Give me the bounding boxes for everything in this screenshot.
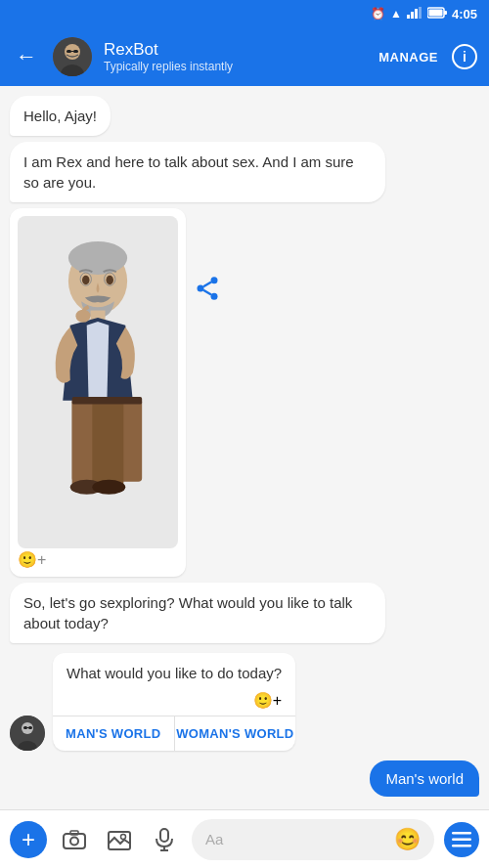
manage-button[interactable]: MANAGE	[378, 50, 438, 65]
svg-rect-44	[160, 829, 168, 842]
svg-rect-27	[72, 397, 143, 405]
bot-bubble-3: So, let's go sexploring? What would you …	[10, 583, 385, 643]
user-avatar	[10, 716, 45, 751]
svg-point-30	[211, 293, 218, 300]
svg-point-18	[82, 276, 90, 284]
svg-rect-11	[67, 50, 71, 53]
header-actions: MANAGE i	[378, 44, 477, 69]
bot-message-2: I am Rex and here to talk about sex. And…	[10, 142, 385, 202]
bot-message-3: So, let's go sexploring? What would you …	[10, 583, 385, 643]
svg-rect-36	[23, 726, 27, 729]
menu-button[interactable]	[444, 822, 479, 857]
image-card-row: 🙂+	[10, 208, 432, 577]
svg-rect-47	[452, 832, 471, 835]
character-image	[18, 216, 178, 548]
svg-rect-6	[428, 9, 442, 16]
svg-rect-49	[452, 845, 471, 847]
svg-point-28	[211, 277, 218, 283]
bot-message-1: Hello, Ajay!	[10, 96, 385, 136]
bot-bubble-2: I am Rex and here to talk about sex. And…	[10, 142, 385, 202]
svg-point-29	[198, 285, 204, 292]
card-emoji: 🙂+	[253, 691, 282, 710]
text-input-wrap[interactable]: 😊	[192, 819, 434, 860]
user-message-row: Man's world	[10, 760, 479, 797]
quick-reply-buttons: MAN'S WORLD WOMAN'S WORLD	[53, 716, 295, 751]
svg-rect-1	[411, 12, 414, 19]
bot-bubble-1: Hello, Ajay!	[10, 96, 111, 136]
quick-reply-card: What would you like to do today? 🙂+ MAN'…	[53, 653, 295, 751]
svg-line-31	[203, 290, 211, 295]
svg-point-19	[106, 276, 113, 284]
status-bar: ⏰ ▲ 4:05	[0, 0, 489, 27]
text-input[interactable]	[205, 831, 394, 847]
quick-reply-question: What would you like to do today?	[67, 665, 282, 681]
bottom-bar: + 😊	[0, 809, 489, 868]
wifi-icon: ▲	[390, 7, 402, 21]
svg-line-32	[203, 282, 211, 287]
bot-name: RexBot	[104, 40, 367, 60]
plus-button[interactable]: +	[10, 821, 47, 858]
svg-rect-0	[407, 15, 410, 19]
svg-rect-39	[64, 834, 85, 848]
gallery-button[interactable]	[102, 822, 137, 857]
chat-area: Hello, Ajay! I am Rex and here to talk a…	[0, 86, 489, 809]
quick-reply-row: What would you like to do today? 🙂+ MAN'…	[10, 653, 479, 751]
mans-world-button[interactable]: MAN'S WORLD	[53, 716, 175, 751]
svg-rect-48	[452, 838, 471, 841]
svg-rect-5	[444, 11, 447, 15]
womans-world-button[interactable]: WOMAN'S WORLD	[175, 716, 296, 751]
bot-subtitle: Typically replies instantly	[104, 60, 367, 73]
mic-button[interactable]	[147, 822, 182, 857]
svg-rect-24	[92, 399, 123, 486]
signal-icon	[407, 7, 422, 22]
bot-avatar	[53, 37, 92, 76]
svg-rect-12	[73, 50, 78, 53]
svg-point-43	[121, 834, 126, 839]
svg-point-15	[68, 241, 127, 275]
info-button[interactable]: i	[452, 44, 477, 69]
header: ← RexBot Typically replies instantly MAN…	[0, 27, 489, 86]
emoji-reaction: 🙂+	[18, 550, 178, 569]
svg-point-26	[92, 480, 125, 495]
header-info: RexBot Typically replies instantly	[104, 40, 367, 73]
user-bubble-1: Man's world	[370, 760, 479, 797]
battery-icon	[427, 7, 447, 22]
image-card: 🙂+	[10, 208, 186, 577]
svg-point-40	[70, 837, 78, 845]
back-button[interactable]: ←	[12, 40, 41, 73]
alarm-icon: ⏰	[371, 7, 385, 21]
svg-rect-3	[419, 7, 422, 19]
camera-button[interactable]	[57, 822, 92, 857]
share-button[interactable]	[194, 275, 221, 302]
svg-rect-37	[28, 726, 32, 729]
quick-reply-emoji-row: 🙂+	[67, 691, 282, 710]
emoji-button[interactable]: 😊	[394, 827, 421, 852]
status-icons: ⏰ ▲ 4:05	[371, 7, 477, 22]
status-time: 4:05	[452, 7, 477, 22]
svg-rect-2	[415, 9, 418, 19]
svg-point-21	[75, 310, 90, 323]
